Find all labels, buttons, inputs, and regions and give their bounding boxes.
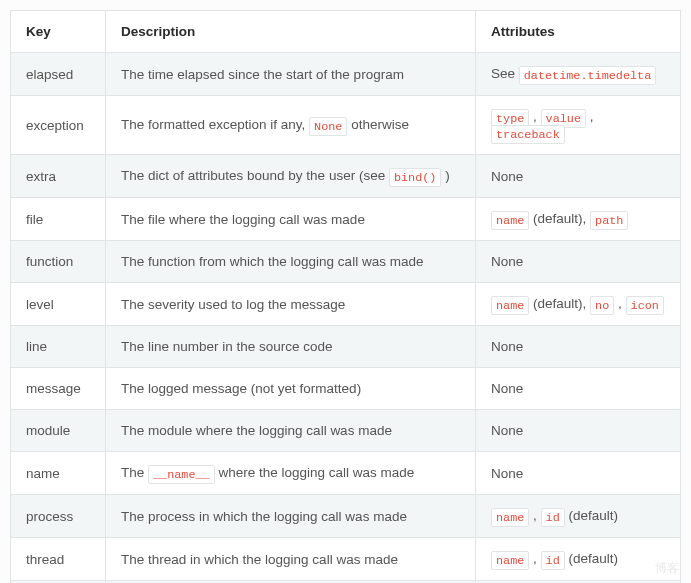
inline-code: name [491,508,529,527]
text-span: The module where the logging call was ma… [121,423,392,438]
cell-description: The file where the logging call was made [106,198,476,241]
cell-attributes: name (default), no , icon [476,283,681,326]
cell-key: level [11,283,106,326]
table-row: functionThe function from which the logg… [11,241,681,283]
text-span: , [529,551,540,566]
cell-key: module [11,410,106,452]
cell-attributes: None [476,452,681,495]
inline-code: path [590,211,628,230]
cell-key: process [11,495,106,538]
text-span: , [586,109,594,124]
text-span: (default) [565,551,618,566]
cell-key: extra [11,155,106,198]
inline-code: bind() [389,168,441,187]
table-row: exceptionThe formatted exception if any,… [11,96,681,155]
inline-code: name [491,296,529,315]
cell-attributes: None [476,241,681,283]
inline-code: no [590,296,614,315]
table-row: elapsedThe time elapsed since the start … [11,53,681,96]
cell-attributes: See datetime.timedelta [476,53,681,96]
text-span: None [491,169,523,184]
text-span: None [491,466,523,481]
table-row: lineThe line number in the source codeNo… [11,326,681,368]
cell-key: thread [11,538,106,581]
cell-key: function [11,241,106,283]
cell-key: message [11,368,106,410]
text-span: The [121,465,148,480]
table-header-row: Key Description Attributes [11,11,681,53]
text-span: None [491,254,523,269]
cell-attributes: name , id (default) [476,538,681,581]
cell-description: The time elapsed since the start of the … [106,53,476,96]
inline-code: id [541,508,565,527]
inline-code: name [491,211,529,230]
text-span: , [529,508,540,523]
inline-code: icon [626,296,664,315]
cell-attributes: name , id (default) [476,495,681,538]
cell-description: The __name__ where the logging call was … [106,452,476,495]
text-span: , [529,109,540,124]
text-span: The severity used to log the message [121,297,345,312]
cell-key: elapsed [11,53,106,96]
table-row: messageThe logged message (not yet forma… [11,368,681,410]
cell-attributes: None [476,410,681,452]
text-span: The logged message (not yet formatted) [121,381,361,396]
inline-code: name [491,551,529,570]
table-row: nameThe __name__ where the logging call … [11,452,681,495]
inline-code: datetime.timedelta [519,66,656,85]
text-span: The process in which the logging call wa… [121,509,407,524]
cell-description: The thread in which the logging call was… [106,538,476,581]
cell-key: exception [11,96,106,155]
text-span: The dict of attributes bound by the user… [121,168,389,183]
table-row: levelThe severity used to log the messag… [11,283,681,326]
text-span: The line number in the source code [121,339,333,354]
header-desc: Description [106,11,476,53]
cell-description: The dict of attributes bound by the user… [106,155,476,198]
text-span: (default), [529,211,590,226]
header-attr: Attributes [476,11,681,53]
cell-description: The line number in the source code [106,326,476,368]
text-span: The thread in which the logging call was… [121,552,398,567]
inline-code: id [541,551,565,570]
table-row: processThe process in which the logging … [11,495,681,538]
inline-code: traceback [491,125,565,144]
text-span: None [491,339,523,354]
cell-attributes: None [476,155,681,198]
table-row: moduleThe module where the logging call … [11,410,681,452]
header-key: Key [11,11,106,53]
inline-code: __name__ [148,465,215,484]
cell-key: file [11,198,106,241]
cell-description: The process in which the logging call wa… [106,495,476,538]
text-span: None [491,423,523,438]
text-span: The time elapsed since the start of the … [121,67,404,82]
text-span: The formatted exception if any, [121,117,309,132]
attributes-table: Key Description Attributes elapsedThe ti… [10,10,681,583]
inline-code: None [309,117,347,136]
cell-attributes: name (default), path [476,198,681,241]
table-row: extraThe dict of attributes bound by the… [11,155,681,198]
text-span: The file where the logging call was made [121,212,365,227]
text-span: (default), [529,296,590,311]
cell-description: The logged message (not yet formatted) [106,368,476,410]
table-row: threadThe thread in which the logging ca… [11,538,681,581]
text-span: , [614,296,625,311]
table-row: fileThe file where the logging call was … [11,198,681,241]
text-span: None [491,381,523,396]
cell-description: The formatted exception if any, None oth… [106,96,476,155]
cell-key: line [11,326,106,368]
text-span: ) [441,168,449,183]
cell-description: The module where the logging call was ma… [106,410,476,452]
text-span: otherwise [347,117,409,132]
cell-attributes: None [476,326,681,368]
cell-description: The function from which the logging call… [106,241,476,283]
cell-key: name [11,452,106,495]
text-span: (default) [565,508,618,523]
text-span: The function from which the logging call… [121,254,423,269]
text-span: where the logging call was made [215,465,415,480]
cell-attributes: None [476,368,681,410]
cell-attributes: type , value , traceback [476,96,681,155]
text-span: See [491,66,519,81]
cell-description: The severity used to log the message [106,283,476,326]
table-body: elapsedThe time elapsed since the start … [11,53,681,584]
